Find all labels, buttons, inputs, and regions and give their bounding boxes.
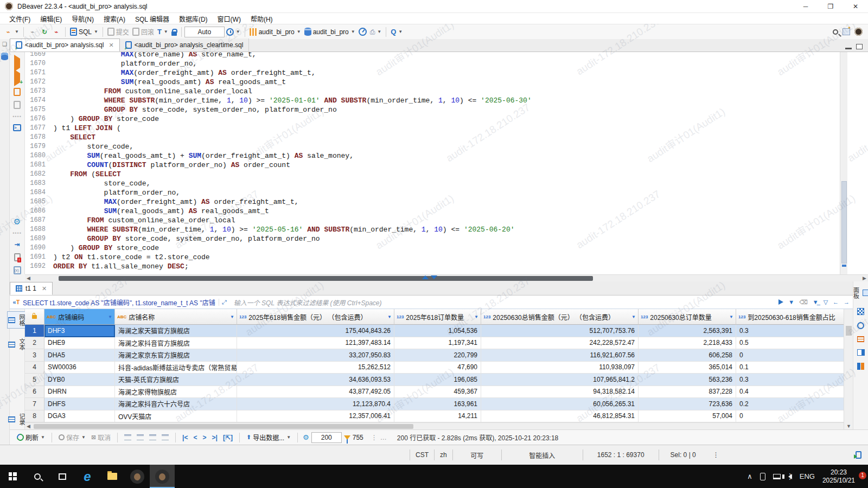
code-line[interactable]: 1680 SUM(real_goods_amt_t) + SUM(order_f… [25,151,532,160]
code-line[interactable]: 1681 COUNT(DISTINCT platform_order_no) A… [25,160,532,170]
grid-cell[interactable]: 459,367 [394,386,481,399]
volume-icon[interactable] [788,474,792,479]
grid-settings-gear[interactable]: ⚙ [303,433,309,441]
commit-button[interactable]: 提交 [106,26,131,37]
grid-cell[interactable]: 107,965,841.2 [481,374,639,386]
rollback-button[interactable]: 回滚 [131,26,156,37]
grid-cell[interactable]: 606,258 [639,349,736,362]
add-row-button[interactable] [137,434,144,440]
column-header[interactable]: ABC店铺名称▼ [115,309,237,325]
code-line[interactable]: 1685 MAX(order_freight_amt) AS order_fre… [25,197,532,207]
compare-button[interactable]: ⎙▼ [368,27,384,37]
grid-cell[interactable]: 60,056,265.31 [481,398,639,410]
database-navigator-icon[interactable] [1,53,8,60]
close-results-icon[interactable]: ✕ [42,285,47,292]
next-page-button[interactable]: > [201,434,208,441]
code-line[interactable]: 1670 platform_order_no, [25,59,532,68]
new-connection-button[interactable]: ⌁▼ [2,27,21,37]
row-number[interactable]: 3 [25,349,44,362]
close-button[interactable]: ✕ [843,0,868,13]
show-view-icon[interactable] [856,451,861,459]
grid-cell[interactable]: 196,085 [394,374,481,386]
export-data-button[interactable]: ⬆导出数据...▼ [245,432,292,443]
code-line[interactable]: 1676 ) GROUP BY store_code [25,114,532,124]
row-number[interactable]: 1 [25,325,44,337]
panels-tab[interactable]: 面板 [851,285,868,301]
filter-settings-icon[interactable]: ▼̲ [813,299,819,305]
history-back-icon[interactable]: ← [833,299,839,305]
editor-vertical-scrollbar[interactable] [840,52,847,274]
grid-cell[interactable]: 14,211 [394,410,481,423]
grid-cell[interactable]: 47,690 [394,362,481,374]
clear-filter-icon[interactable]: ⌫ [799,299,808,306]
grid-cell[interactable]: 33,207,950.83 [237,349,394,362]
grid-cell[interactable]: 837,228 [639,386,736,399]
grid-cell[interactable]: 2,563,391 [639,325,736,337]
edit-value-button[interactable] [124,434,131,440]
close-tab-icon[interactable]: ✕ [108,42,113,49]
row-number[interactable]: 2 [25,337,44,350]
grid-cell[interactable]: DHFS [44,398,115,410]
reconnect-button[interactable]: ↻ [39,27,50,37]
unsaved-file-icon[interactable] [14,253,21,261]
code-line[interactable]: 1675 GROUP BY store_code, system_order_n… [25,105,532,114]
column-filter-icon[interactable]: ▼ [106,314,112,319]
row-number[interactable]: 5 [25,374,44,386]
file-explorer-button[interactable] [100,465,125,488]
code-line[interactable]: 1683 store_code, [25,179,532,188]
column-header[interactable]: 12320250630总订单数量▼ [639,309,736,325]
editor-tab[interactable]: <audit_bi_pro> analysis.sql✕ [10,38,120,52]
dbeaver-taskbar-button-1[interactable] [125,465,150,488]
grid-cell[interactable]: 2,218,433 [639,337,736,350]
execute-new-tab-button[interactable]: + [14,73,20,83]
references-icon[interactable] [857,349,865,356]
filter-input[interactable]: 输入一个 SQL 表达式来过滤结果 (使用 Ctrl+Space) [234,298,779,307]
code-line[interactable]: 1691) t2 ON t1.store_code = t2.store_cod… [25,253,532,262]
row-count-funnel-icon[interactable] [344,435,350,440]
grid-cell[interactable]: 海澜之家抖音六十六号店 [115,398,237,410]
sql-code-editor[interactable]: 1669 MAX(store_name) AS store_name_t,167… [25,52,868,274]
grid-cell[interactable]: 抖音-adidas斯搏兹运动专卖店（常熟贸易） [115,362,237,374]
result-query-text[interactable]: SELECT t1.store_code AS "店铺编码", t1.store… [23,298,215,307]
panel-splitter[interactable] [422,275,437,279]
caret-position[interactable]: 1652 : 1 : 69370 [583,450,659,460]
grid-cell[interactable]: OVV天猫店 [115,410,237,423]
transaction-log-button[interactable]: T▼ [156,27,170,37]
connect-button[interactable]: ⌁ [27,27,39,37]
code-line[interactable]: 1688 WHERE SUBSTR(min_order_time, 1, 10)… [25,225,532,234]
code-line[interactable]: 1679 store_code, [25,142,532,151]
expand-filter-icon[interactable]: ⤢ [219,299,229,306]
taskbar-clock[interactable]: 20:23 2025/10/21 [822,468,855,485]
grid-cell[interactable]: 116,921,607.56 [481,349,639,362]
search-icon[interactable] [833,29,838,35]
value-viewer-icon[interactable] [857,308,864,315]
commit-mode-select[interactable]: Auto [184,27,225,37]
menu-item[interactable]: 导航(N) [67,13,99,24]
refresh-button[interactable]: 刷新▼ [15,432,47,443]
grid-cell[interactable]: 365,014 [639,362,736,374]
network-icon[interactable] [773,474,781,479]
grid-cell[interactable]: 0 [736,349,844,362]
grid-cell[interactable]: 0.3 [736,325,844,337]
column-header[interactable]: 12320250630总销售金额（元） （包含运费）▼ [481,309,639,325]
grid-cell[interactable]: DHRN [44,386,115,399]
edge-button[interactable]: e [75,465,100,488]
minimize-editor-icon[interactable] [845,48,852,49]
code-line[interactable]: 1674 WHERE SUBSTR(min_order_time, 1, 10)… [25,96,532,105]
results-tab[interactable]: t1 1 ✕ [10,282,53,295]
start-button[interactable] [0,465,25,488]
show-hidden-icons-button[interactable]: ∧ [747,472,752,480]
grid-cell[interactable]: 15,262,512 [237,362,394,374]
row-number[interactable]: 7 [25,398,44,410]
code-line[interactable]: 1686 SUM(real_goods_amt) AS real_goods_a… [25,207,532,216]
maximize-button[interactable]: ❐ [818,0,843,13]
open-perspective-button[interactable] [843,28,850,35]
dbeaver-perspective-button[interactable] [854,28,863,36]
code-line[interactable]: 1687 FROM custom_online_sale_order_local [25,216,532,225]
menu-item[interactable]: 文件(F) [4,13,35,24]
sql-editor-button[interactable]: SQL▼ [68,27,100,37]
grid-cell[interactable]: 175,404,843.26 [237,325,394,337]
grid-cell[interactable]: DHA5 [44,349,115,362]
delete-row-button[interactable] [162,434,169,440]
code-line[interactable]: 1671 MAX(order_freight_amt) AS order_fre… [25,68,532,78]
